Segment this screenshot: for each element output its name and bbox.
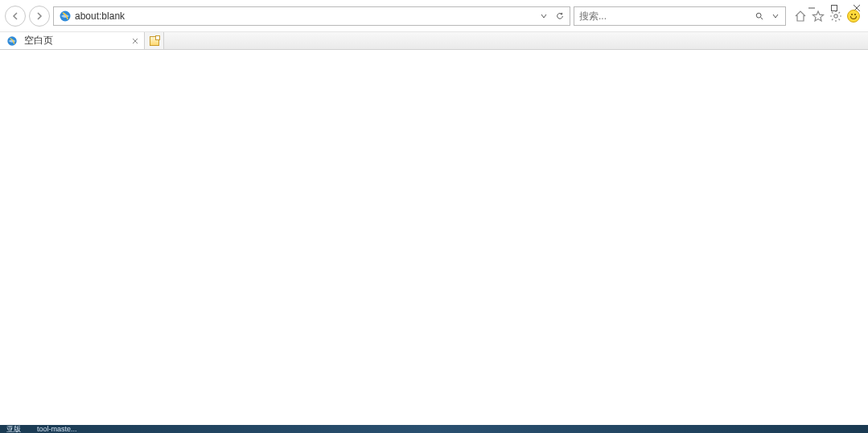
- search-bar: [574, 6, 786, 26]
- svg-rect-1: [832, 6, 837, 11]
- refresh-icon: [556, 12, 564, 20]
- ie-logo-icon: [6, 35, 18, 47]
- chevron-down-icon: [771, 12, 780, 20]
- address-dropdown-button[interactable]: [536, 7, 552, 25]
- taskbar-item[interactable]: 亚版: [6, 425, 21, 433]
- forward-button[interactable]: [29, 6, 50, 27]
- chevron-down-icon: [540, 12, 548, 20]
- maximize-button[interactable]: [823, 0, 845, 16]
- back-arrow-icon: [10, 11, 20, 21]
- page-content: [0, 50, 868, 425]
- address-input[interactable]: [75, 7, 536, 25]
- tab-close-button[interactable]: [130, 35, 141, 47]
- new-tab-button[interactable]: [145, 32, 164, 49]
- minimize-button[interactable]: [800, 0, 823, 16]
- tab-title: 空白页: [24, 34, 126, 47]
- search-input[interactable]: [576, 7, 751, 25]
- forward-arrow-icon: [35, 11, 44, 21]
- ie-logo-icon: [59, 10, 72, 23]
- search-button[interactable]: [751, 7, 767, 25]
- taskbar: 亚版 tool-maste...: [0, 425, 868, 433]
- search-dropdown-button[interactable]: [767, 7, 784, 25]
- smiley-icon: [847, 10, 860, 23]
- tab-blank-page[interactable]: 空白页: [0, 32, 145, 49]
- address-bar: [53, 6, 570, 26]
- back-button[interactable]: [5, 6, 26, 27]
- toolbar: [0, 0, 868, 32]
- tab-row: 空白页: [0, 32, 868, 50]
- taskbar-item[interactable]: tool-maste...: [37, 425, 77, 433]
- new-tab-icon: [150, 36, 159, 46]
- close-icon: [132, 38, 138, 44]
- search-icon: [755, 12, 763, 20]
- refresh-button[interactable]: [552, 7, 568, 25]
- svg-line-6: [761, 17, 763, 19]
- svg-point-5: [756, 13, 761, 18]
